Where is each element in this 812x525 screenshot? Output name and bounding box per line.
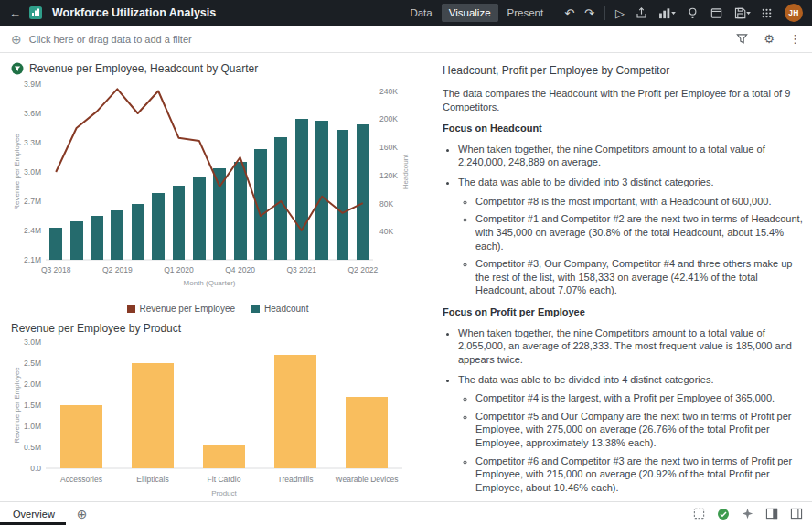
legend-item[interactable]: Revenue per Employee [127,304,236,314]
add-canvas-icon[interactable]: ⊕ [77,508,88,520]
narrative-sub-bullet: Competitor #1 and Competitor #2 are the … [475,212,803,252]
canvas-bar-actions [693,508,803,520]
svg-text:Month (Quarter): Month (Quarter) [184,279,236,287]
legend-item[interactable]: Headcount [251,304,308,314]
redo-icon[interactable]: ↷ [584,7,594,19]
narrative-sub-bullet: Competitor #6 and Competitor #3 are the … [475,455,803,495]
combo-chart[interactable]: 2.1M2.4M2.7M3.0M3.3M3.6M3.9M40K80K120K16… [11,77,424,300]
app-window: ← Workforce Utilization Analysis Data Vi… [0,0,812,525]
svg-text:Fit Cardio: Fit Cardio [208,475,241,484]
svg-text:Treadmills: Treadmills [278,475,314,484]
canvas-layout-icon[interactable] [693,508,705,520]
svg-text:Headcount: Headcount [401,154,410,189]
narrative-sub-bullet: Competitor #5 and Our Company are the ne… [475,410,803,450]
open-window-icon[interactable] [710,6,723,20]
avatar[interactable]: JH [785,4,803,22]
svg-text:Accessories: Accessories [60,475,102,484]
svg-text:120K: 120K [379,171,398,180]
svg-text:80K: 80K [379,199,393,209]
svg-text:3.0M: 3.0M [24,167,41,177]
svg-text:Q3 2021: Q3 2021 [286,265,316,274]
svg-text:0.0: 0.0 [30,464,41,473]
narrative-heading: Focus on Profit per Employee [443,305,803,319]
visualization-type-icon[interactable] [658,6,676,20]
narrative-paragraph: The data compares the Headcount with the… [443,87,803,113]
svg-text:Ellipticals: Ellipticals [136,475,168,484]
svg-text:Revenue per Employee: Revenue per Employee [13,367,21,444]
undo-icon[interactable]: ↶ [564,7,574,19]
narrative-bullet: When taken together, the nine Competitor… [458,327,803,367]
svg-text:Q3 2018: Q3 2018 [41,265,71,274]
right-panel-toggle-icon[interactable] [765,508,778,520]
svg-text:3.9M: 3.9M [24,80,41,89]
narrative-sublist: Competitor #4 is the largest, with a Pro… [458,391,803,501]
export-icon[interactable] [635,6,648,20]
add-filter-icon[interactable]: ⊕ [11,33,22,46]
narrative-heading: Focus on Headcount [443,122,803,135]
mode-nav: Data Visualize Present [402,4,550,22]
canvas-tab-overview[interactable]: Overview [0,502,71,525]
narrative-sub-bullet: Competitor #8 is the most important, wit… [475,195,803,209]
legend-swatch [251,305,260,313]
narrative-list: When taken together, the nine Competitor… [443,327,803,501]
auto-insights-sparkle-icon[interactable] [742,508,753,520]
filter-settings-icon[interactable]: ⚙ [764,33,775,45]
toolbar-divider [604,6,605,20]
nav-visualize[interactable]: Visualize [442,4,498,22]
legend-swatch [127,305,135,313]
svg-text:2.4M: 2.4M [24,226,41,235]
save-icon[interactable] [733,6,751,20]
workbook-title: Workforce Utilization Analysis [52,6,216,19]
svg-text:3.6M: 3.6M [24,109,41,118]
nav-data[interactable]: Data [402,4,439,22]
narrative-panel[interactable]: Headcount, Profit per Employee by Compet… [426,53,812,501]
svg-text:200K: 200K [379,114,398,123]
narrative-sub-bullet: Competitor #4 is the largest, with a Pro… [475,391,803,405]
narrative-title: Headcount, Profit per Employee by Compet… [443,64,803,79]
quality-check-icon[interactable] [717,508,730,520]
svg-text:Q1 2020: Q1 2020 [164,265,194,274]
charts-column: Revenue per Employee, Headcount by Quart… [0,53,426,501]
bottom-panel-toggle-icon[interactable] [790,508,803,520]
svg-text:Q2 2022: Q2 2022 [348,265,379,274]
nav-present[interactable]: Present [500,4,551,22]
svg-text:Q2 2019: Q2 2019 [102,265,133,274]
legend-label: Revenue per Employee [140,304,236,314]
svg-text:3.3M: 3.3M [24,138,41,147]
combo-chart-card[interactable]: Revenue per Employee, Headcount by Quart… [11,60,424,320]
svg-text:Wearable Devices: Wearable Devices [336,475,399,484]
grid-menu-icon[interactable] [761,7,773,19]
filter-prompt[interactable]: Click here or drag data to add a filter [29,34,192,45]
svg-text:Q4 2020: Q4 2020 [225,265,255,274]
narrative-sublist: Competitor #8 is the most important, wit… [458,195,803,297]
product-bar-chart[interactable]: 0.00.5M1.0M1.5M2.0M2.5M3.0MAccessoriesEl… [11,337,424,510]
svg-text:40K: 40K [379,227,393,236]
svg-text:240K: 240K [379,87,398,96]
run-preview-icon[interactable]: ▷ [615,7,625,19]
product-chart-card[interactable]: Revenue per Employee by Product 0.00.5M1… [11,320,424,510]
narrative-bullet: When taken together, the nine Competitor… [458,143,803,169]
svg-text:160K: 160K [379,143,398,152]
back-icon[interactable]: ← [9,7,21,19]
legend-label: Headcount [264,304,308,314]
product-chart-title: Revenue per Employee by Product [11,322,181,335]
canvas: Revenue per Employee, Headcount by Quart… [0,53,812,501]
insights-bulb-icon[interactable] [686,6,700,20]
svg-text:3.0M: 3.0M [24,338,41,347]
filter-bar: ⊕ Click here or drag data to add a filte… [0,26,812,53]
top-bar: ← Workforce Utilization Analysis Data Vi… [0,0,812,26]
svg-text:2.0M: 2.0M [24,380,41,389]
filter-funnel-icon[interactable] [735,32,749,46]
svg-text:Revenue per Employee: Revenue per Employee [13,134,21,210]
narrative-bullet: The data was able to be divided into 3 d… [458,176,803,297]
insight-filter-badge-icon[interactable] [11,62,24,75]
narrative-sub-bullet: Competitor #3, Our Company, Competitor #… [475,257,803,297]
svg-text:1.5M: 1.5M [24,401,41,410]
svg-text:2.7M: 2.7M [24,197,41,206]
narrative-list: When taken together, the nine Competitor… [443,143,803,297]
filter-bar-actions: ⚙ ⋮ [735,32,801,46]
svg-text:1.0M: 1.0M [24,422,41,431]
combo-chart-title: Revenue per Employee, Headcount by Quart… [29,62,258,75]
combo-chart-legend: Revenue per EmployeeHeadcount [11,301,424,316]
filter-more-icon[interactable]: ⋮ [789,33,801,45]
